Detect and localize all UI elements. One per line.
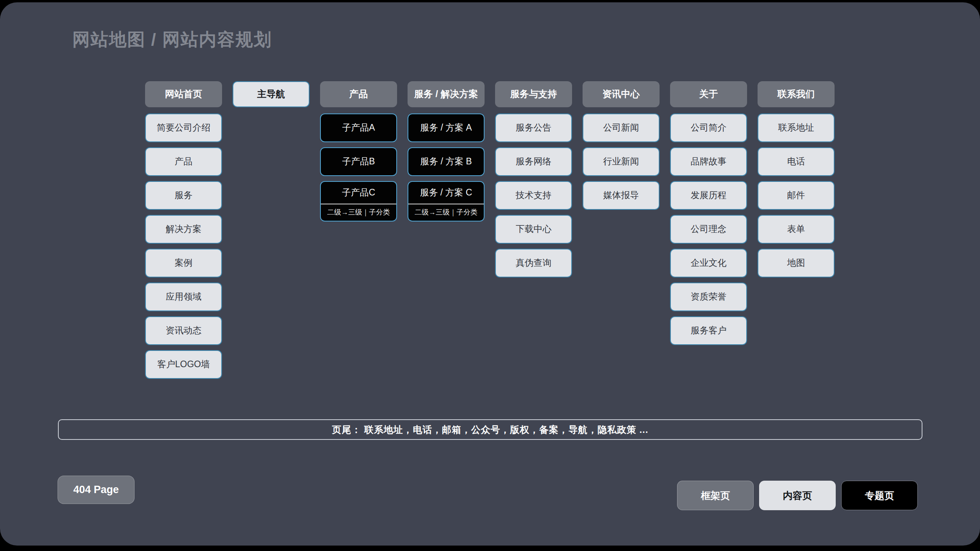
- column-header-service-support[interactable]: 服务与支持: [495, 81, 572, 107]
- column-header-home[interactable]: 网站首页: [145, 81, 222, 107]
- sitemap-node[interactable]: 应用领域: [145, 282, 222, 311]
- page-404-button[interactable]: 404 Page: [58, 476, 135, 504]
- node-label: 子产品C: [321, 182, 396, 204]
- sitemap-node[interactable]: 服务公告: [495, 113, 572, 142]
- sitemap-node[interactable]: 发展历程: [670, 181, 747, 210]
- column-items: 子产品A子产品B子产品C二级→三级｜子分类: [320, 113, 397, 221]
- footer-node[interactable]: 页尾： 联系地址，电话，邮箱，公众号，版权，备案，导航，隐私政策 ...: [58, 419, 922, 440]
- column-items: 公司简介品牌故事发展历程公司理念企业文化资质荣誉服务客户: [670, 113, 747, 345]
- column-about: 关于公司简介品牌故事发展历程公司理念企业文化资质荣誉服务客户: [670, 81, 747, 345]
- legend-content-page-button[interactable]: 内容页: [759, 481, 836, 510]
- node-sublabel: 二级→三级｜子分类: [408, 204, 484, 221]
- sitemap-node[interactable]: 下载中心: [495, 215, 572, 244]
- sitemap-node[interactable]: 邮件: [758, 181, 835, 210]
- sitemap-node[interactable]: 子产品A: [320, 113, 397, 142]
- legend-buttons: 框架页内容页专题页: [677, 481, 918, 510]
- sitemap-node[interactable]: 技术支持: [495, 181, 572, 210]
- column-items: 联系地址电话邮件表单地图: [758, 113, 835, 277]
- sitemap-node[interactable]: 资讯动态: [145, 316, 222, 345]
- page-title: 网站地图 / 网站内容规划: [72, 28, 272, 51]
- legend-special-page-button[interactable]: 专题页: [841, 481, 918, 510]
- sitemap-node[interactable]: 客户LOGO墙: [145, 350, 222, 379]
- sitemap-node[interactable]: 服务网络: [495, 147, 572, 176]
- column-header-products[interactable]: 产品: [320, 81, 397, 107]
- sitemap-node[interactable]: 电话: [758, 147, 835, 176]
- sitemap-node[interactable]: 公司简介: [670, 113, 747, 142]
- sitemap-node[interactable]: 服务 / 方案 B: [408, 147, 485, 176]
- column-header-about[interactable]: 关于: [670, 81, 747, 107]
- sitemap-node[interactable]: 公司理念: [670, 215, 747, 244]
- sitemap-node[interactable]: 案例: [145, 249, 222, 277]
- sitemap-node[interactable]: 简要公司介绍: [145, 113, 222, 142]
- node-sublabel: 二级→三级｜子分类: [321, 204, 396, 221]
- column-header-contact[interactable]: 联系我们: [758, 81, 835, 107]
- column-items: 服务 / 方案 A服务 / 方案 B服务 / 方案 C二级→三级｜子分类: [408, 113, 485, 221]
- column-items: 公司新闻行业新闻媒体报导: [583, 113, 660, 210]
- sitemap-node[interactable]: 公司新闻: [583, 113, 660, 142]
- sitemap-columns: 网站首页简要公司介绍产品服务解决方案案例应用领域资讯动态客户LOGO墙主导航产品…: [145, 81, 835, 379]
- sitemap-node[interactable]: 媒体报导: [583, 181, 660, 210]
- node-label: 服务 / 方案 C: [408, 182, 484, 204]
- sitemap-node[interactable]: 地图: [758, 249, 835, 277]
- sitemap-node[interactable]: 解决方案: [145, 215, 222, 244]
- sitemap-node[interactable]: 子产品C二级→三级｜子分类: [320, 181, 397, 221]
- column-contact: 联系我们联系地址电话邮件表单地图: [758, 81, 835, 277]
- sitemap-node[interactable]: 企业文化: [670, 249, 747, 277]
- sitemap-node[interactable]: 品牌故事: [670, 147, 747, 176]
- sitemap-node[interactable]: 服务 / 方案 A: [408, 113, 485, 142]
- sitemap-node[interactable]: 资质荣誉: [670, 282, 747, 311]
- sitemap-node[interactable]: 联系地址: [758, 113, 835, 142]
- legend-frame-page-button[interactable]: 框架页: [677, 481, 754, 510]
- sitemap-node[interactable]: 服务客户: [670, 316, 747, 345]
- sitemap-node[interactable]: 子产品B: [320, 147, 397, 176]
- column-header-main-nav[interactable]: 主导航: [233, 81, 310, 107]
- sitemap-node[interactable]: 产品: [145, 147, 222, 176]
- sitemap-canvas: 网站地图 / 网站内容规划 网站首页简要公司介绍产品服务解决方案案例应用领域资讯…: [0, 2, 980, 546]
- column-header-news-center[interactable]: 资讯中心: [583, 81, 660, 107]
- column-services-solutions: 服务 / 解决方案服务 / 方案 A服务 / 方案 B服务 / 方案 C二级→三…: [408, 81, 485, 221]
- column-main-nav: 主导航: [233, 81, 310, 113]
- sitemap-node[interactable]: 服务 / 方案 C二级→三级｜子分类: [408, 181, 485, 221]
- sitemap-node[interactable]: 表单: [758, 215, 835, 244]
- column-items: 服务公告服务网络技术支持下载中心真伪查询: [495, 113, 572, 277]
- column-header-services-solutions[interactable]: 服务 / 解决方案: [408, 81, 485, 107]
- column-products: 产品子产品A子产品B子产品C二级→三级｜子分类: [320, 81, 397, 221]
- column-items: 简要公司介绍产品服务解决方案案例应用领域资讯动态客户LOGO墙: [145, 113, 222, 379]
- sitemap-node[interactable]: 行业新闻: [583, 147, 660, 176]
- column-service-support: 服务与支持服务公告服务网络技术支持下载中心真伪查询: [495, 81, 572, 277]
- sitemap-node[interactable]: 真伪查询: [495, 249, 572, 277]
- column-home: 网站首页简要公司介绍产品服务解决方案案例应用领域资讯动态客户LOGO墙: [145, 81, 222, 379]
- column-news-center: 资讯中心公司新闻行业新闻媒体报导: [583, 81, 660, 210]
- sitemap-node[interactable]: 服务: [145, 181, 222, 210]
